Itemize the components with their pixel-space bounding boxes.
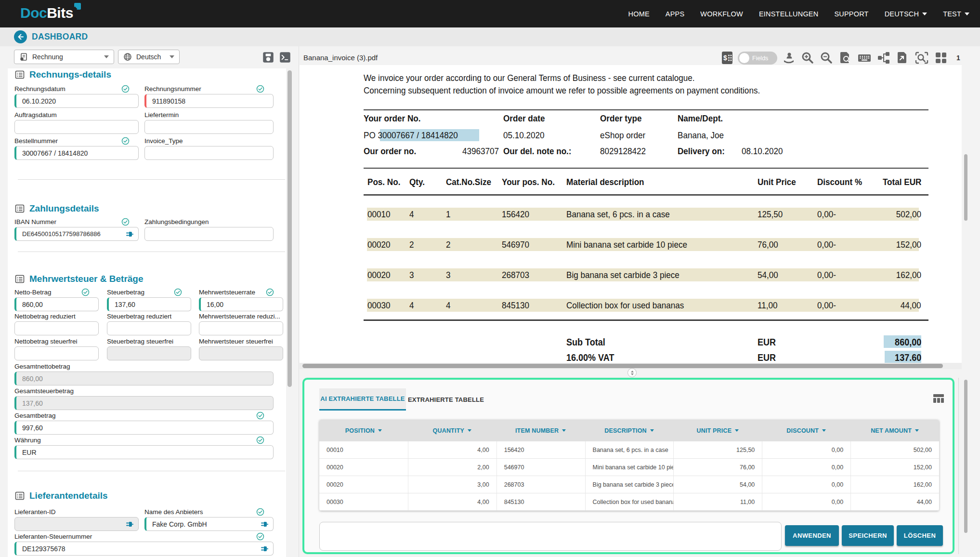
- cell-discount[interactable]: 0,00: [762, 476, 850, 493]
- field-label: Gesamtsteuerbetrag: [14, 387, 74, 395]
- item-cell: 3: [409, 270, 414, 280]
- nettobetrag-steuerfrei-input[interactable]: [14, 346, 99, 360]
- netto-betrag-input[interactable]: 860,00: [14, 297, 99, 311]
- document-preview-icon[interactable]: [838, 51, 852, 66]
- delete-button[interactable]: LÖSCHEN: [897, 525, 943, 546]
- column-header-description[interactable]: DESCRIPTION: [585, 420, 674, 441]
- back-button[interactable]: [14, 30, 27, 43]
- cell-description[interactable]: Mini banana set carbide 10 piece: [585, 459, 674, 476]
- cell-net-amount[interactable]: 152,00: [850, 459, 939, 476]
- nav-menu-language[interactable]: DEUTSCH: [885, 10, 928, 18]
- cell-position[interactable]: 00020: [319, 476, 408, 493]
- table-row[interactable]: 00020 2,00 546970 Mini banana set carbid…: [319, 459, 939, 476]
- cell-unit-price[interactable]: 125,50: [673, 441, 762, 458]
- pdf-hscrollbar[interactable]: [302, 364, 943, 368]
- mehrwertsteuerrate-reduziert-input[interactable]: [199, 321, 283, 335]
- cell-unit-price[interactable]: 76,00: [673, 459, 762, 476]
- cell-description[interactable]: Banana set, 6 pcs. in a case: [585, 441, 674, 458]
- lieferanten-steuernummer-input[interactable]: DE129375678: [14, 542, 274, 556]
- cell-item-number[interactable]: 546970: [497, 459, 585, 476]
- cell-position[interactable]: 00010: [319, 441, 408, 458]
- cell-quantity[interactable]: 2,00: [408, 459, 497, 476]
- cell-item-number[interactable]: 156420: [497, 441, 585, 458]
- top-navbar: DocBits HOME APPS WORKFLOW EINSTELLUNGEN…: [0, 0, 980, 27]
- zoom-out-icon[interactable]: [820, 51, 833, 66]
- rechnungsnummer-input[interactable]: 911890158: [144, 94, 274, 108]
- layout-grid-icon[interactable]: [934, 51, 948, 66]
- cell-position[interactable]: 00030: [319, 493, 408, 510]
- nettobetrag-reduziert-input[interactable]: [14, 321, 99, 335]
- iban-input[interactable]: DE64500105177598786886: [14, 227, 139, 241]
- zahlungsbedingungen-input[interactable]: [144, 227, 274, 241]
- table-row[interactable]: 00010 4,00 156420 Banana set, 6 pcs. in …: [319, 441, 939, 459]
- nav-item-home[interactable]: HOME: [628, 10, 650, 18]
- resize-handle[interactable]: [627, 368, 637, 377]
- cell-item-number[interactable]: 268703: [497, 476, 585, 493]
- cell-description[interactable]: Big banana set carbide 3 piece: [585, 476, 674, 493]
- column-header-discount[interactable]: DISCOUNT: [762, 420, 850, 441]
- field-label: Netto-Betrag: [14, 289, 52, 296]
- cell-net-amount[interactable]: 502,00: [850, 441, 939, 458]
- cell-discount[interactable]: 0,00: [762, 459, 850, 476]
- rechnungsdatum-input[interactable]: 06.10.2020: [14, 94, 139, 108]
- nav-item-workflow[interactable]: WORKFLOW: [700, 10, 743, 18]
- nav-item-apps[interactable]: APPS: [666, 10, 685, 18]
- nav-item-einstellungen[interactable]: EINSTELLUNGEN: [759, 10, 818, 18]
- liefertermin-input[interactable]: [144, 120, 274, 134]
- table-row[interactable]: 00020 3,00 268703 Big banana set carbide…: [319, 476, 939, 493]
- table-row[interactable]: 00030 4,00 845130 Collection box for use…: [319, 493, 939, 511]
- form-scrollbar[interactable]: [287, 70, 292, 387]
- cell-description[interactable]: Collection box for used bananas: [585, 493, 674, 510]
- column-header-item-number[interactable]: ITEM NUMBER: [497, 420, 585, 441]
- field-label: Lieferanten-ID: [14, 508, 56, 516]
- name-des-anbieters-input[interactable]: Fake Corp. GmbH: [144, 517, 274, 531]
- workflow-tree-icon[interactable]: [877, 51, 890, 66]
- cell-net-amount[interactable]: 162,00: [850, 476, 939, 493]
- gesamtbetrag-input[interactable]: 997,60: [14, 421, 274, 435]
- waehrung-input[interactable]: EUR: [14, 445, 274, 459]
- tab-extracted-table[interactable]: EXTRAHIERTE TABELLE: [406, 388, 486, 411]
- save-button[interactable]: [261, 51, 275, 64]
- zoom-in-icon[interactable]: [801, 51, 814, 66]
- save-table-button[interactable]: SPEICHERN: [842, 525, 894, 546]
- auftragsdatum-input[interactable]: [14, 120, 139, 134]
- handover-icon[interactable]: [782, 51, 796, 66]
- mehrwertsteuerrate-input[interactable]: 16,00: [199, 297, 283, 311]
- terminal-button[interactable]: [278, 51, 292, 64]
- table-columns-icon[interactable]: [932, 392, 945, 405]
- nav-menu-account[interactable]: TEST: [943, 10, 969, 18]
- cell-unit-price[interactable]: 11,00: [673, 493, 762, 510]
- panel-scrollbar[interactable]: [964, 380, 967, 533]
- cell-discount[interactable]: 0,00: [762, 493, 850, 510]
- ocr-icon[interactable]: [915, 51, 929, 66]
- document-type-select[interactable]: Rechnung: [14, 50, 114, 64]
- column-header-quantity[interactable]: QUANTITY: [408, 420, 497, 441]
- tab-ai-extracted-table[interactable]: AI EXTRAHIERTE TABELLE: [319, 388, 406, 411]
- nav-item-support[interactable]: SUPPORT: [834, 10, 868, 18]
- cell-quantity[interactable]: 3,00: [408, 476, 497, 493]
- cell-net-amount[interactable]: 44,00: [850, 493, 939, 510]
- fields-toggle[interactable]: Fields: [738, 52, 777, 65]
- column-header-position[interactable]: POSITION: [319, 420, 408, 441]
- apply-button[interactable]: ANWENDEN: [785, 525, 839, 546]
- docbits-logo[interactable]: DocBits: [20, 5, 73, 21]
- cell-discount[interactable]: 0,00: [762, 441, 850, 458]
- steuerbetrag-input[interactable]: 137,60: [107, 297, 191, 311]
- bestellnummer-input[interactable]: 30007667 / 18414820: [14, 146, 139, 160]
- column-header-unit-price[interactable]: UNIT PRICE: [673, 420, 762, 441]
- column-header-net-amount[interactable]: NET AMOUNT: [850, 420, 939, 441]
- cell-item-number[interactable]: 845130: [497, 493, 585, 510]
- cell-unit-price[interactable]: 54,00: [673, 476, 762, 493]
- comment-input[interactable]: [319, 522, 782, 551]
- section-divider: [18, 252, 285, 252]
- cell-quantity[interactable]: 4,00: [408, 441, 497, 458]
- keyboard-icon[interactable]: [857, 51, 872, 66]
- export-document-icon[interactable]: [896, 51, 909, 66]
- cell-position[interactable]: 00020: [319, 459, 408, 476]
- steuerbetrag-reduziert-input[interactable]: [107, 321, 191, 335]
- main-scrollbar[interactable]: [964, 154, 967, 221]
- amounts-calculator-icon[interactable]: $: [721, 51, 733, 66]
- language-select[interactable]: Deutsch: [118, 50, 180, 64]
- invoice-type-input[interactable]: [144, 146, 274, 160]
- cell-quantity[interactable]: 4,00: [408, 493, 497, 510]
